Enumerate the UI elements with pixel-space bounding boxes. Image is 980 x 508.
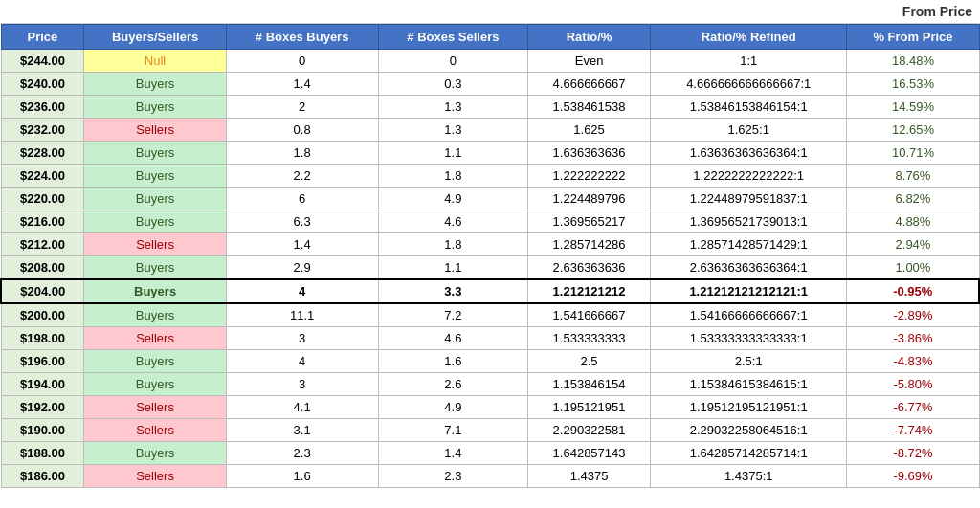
ratio-refined-cell: 2.63636363636364:1 — [650, 256, 847, 280]
boxes-sellers-cell: 4.9 — [378, 396, 528, 419]
pct-from-price-cell: -0.95% — [847, 279, 979, 303]
boxes-sellers-cell: 0 — [378, 50, 528, 73]
pct-from-price-cell: -5.80% — [847, 373, 979, 396]
pct-from-price-cell: 12.65% — [847, 119, 979, 142]
boxes-sellers-cell: 4.6 — [378, 327, 528, 350]
boxes-sellers-cell: 0.3 — [378, 73, 528, 96]
boxes-buyers-cell: 1.6 — [226, 465, 378, 488]
ratio-refined-cell: 1.63636363636364:1 — [650, 142, 847, 165]
column-header: Ratio/% Refined — [650, 25, 847, 50]
boxes-sellers-cell: 2.6 — [378, 373, 528, 396]
table-row: $212.00Sellers1.41.81.2857142861.2857142… — [1, 233, 979, 256]
pct-from-price-cell: -7.74% — [847, 419, 979, 442]
ratio-refined-cell: 1.2222222222222:1 — [650, 165, 847, 188]
ratio-refined-cell: 2.29032258064516:1 — [650, 419, 847, 442]
table-header-row: PriceBuyers/Sellers# Boxes Buyers# Boxes… — [1, 25, 979, 50]
boxes-buyers-cell: 3.1 — [226, 419, 378, 442]
pct-from-price-cell: 16.53% — [847, 73, 979, 96]
boxes-buyers-cell: 3 — [226, 373, 378, 396]
table-row: $204.00Buyers43.31.2121212121.2121212121… — [1, 279, 979, 303]
boxes-buyers-cell: 2.3 — [226, 442, 378, 465]
price-cell: $244.00 — [1, 50, 84, 73]
pct-from-price-cell: 14.59% — [847, 96, 979, 119]
pct-from-price-cell: -8.72% — [847, 442, 979, 465]
price-cell: $220.00 — [1, 188, 84, 210]
boxes-sellers-cell: 1.1 — [378, 142, 528, 165]
price-cell: $186.00 — [1, 465, 84, 488]
price-cell: $194.00 — [1, 373, 84, 396]
price-cell: $208.00 — [1, 256, 84, 280]
boxes-sellers-cell: 4.6 — [378, 210, 528, 233]
pct-from-price-cell: -2.89% — [847, 303, 979, 327]
ratio-cell: 1.642857143 — [528, 442, 651, 465]
ratio-cell: 1.212121212 — [528, 279, 651, 303]
top-bar: From Price — [0, 0, 980, 24]
buyers-sellers-cell: Buyers — [84, 279, 226, 303]
table-row: $244.00Null00Even1:118.48% — [1, 50, 979, 73]
buyers-sellers-cell: Buyers — [84, 96, 226, 119]
ratio-cell: Even — [528, 50, 651, 73]
ratio-refined-cell: 1.54166666666667:1 — [650, 303, 847, 327]
table-row: $194.00Buyers32.61.1538461541.1538461538… — [1, 373, 979, 396]
price-cell: $240.00 — [1, 73, 84, 96]
ratio-cell: 2.290322581 — [528, 419, 651, 442]
from-price-label: From Price — [902, 4, 972, 19]
pct-from-price-cell: 1.00% — [847, 256, 979, 280]
price-cell: $216.00 — [1, 210, 84, 233]
boxes-buyers-cell: 4 — [226, 350, 378, 373]
table-row: $232.00Sellers0.81.31.6251.625:112.65% — [1, 119, 979, 142]
boxes-buyers-cell: 2.9 — [226, 256, 378, 280]
boxes-sellers-cell: 1.8 — [378, 165, 528, 188]
ratio-cell: 1.533333333 — [528, 327, 651, 350]
price-cell: $192.00 — [1, 396, 84, 419]
boxes-buyers-cell: 11.1 — [226, 303, 378, 327]
ratio-cell: 1.153846154 — [528, 373, 651, 396]
table-row: $224.00Buyers2.21.81.2222222221.22222222… — [1, 165, 979, 188]
ratio-refined-cell: 1.15384615384615:1 — [650, 373, 847, 396]
boxes-sellers-cell: 1.6 — [378, 350, 528, 373]
buyers-sellers-cell: Buyers — [84, 73, 226, 96]
table-row: $198.00Sellers34.61.5333333331.533333333… — [1, 327, 979, 350]
price-cell: $200.00 — [1, 303, 84, 327]
buyers-sellers-cell: Sellers — [84, 327, 226, 350]
boxes-buyers-cell: 1.4 — [226, 73, 378, 96]
ratio-refined-cell: 1.36956521739013:1 — [650, 210, 847, 233]
boxes-buyers-cell: 2.2 — [226, 165, 378, 188]
ratio-cell: 1.285714286 — [528, 233, 651, 256]
ratio-cell: 2.5 — [528, 350, 651, 373]
boxes-sellers-cell: 2.3 — [378, 465, 528, 488]
buyers-sellers-cell: Sellers — [84, 465, 226, 488]
ratio-cell: 1.636363636 — [528, 142, 651, 165]
column-header: Ratio/% — [528, 25, 651, 50]
ratio-refined-cell: 1.28571428571429:1 — [650, 233, 847, 256]
ratio-cell: 1.4375 — [528, 465, 651, 488]
ratio-refined-cell: 2.5:1 — [650, 350, 847, 373]
table-row: $236.00Buyers21.31.5384615381.5384615384… — [1, 96, 979, 119]
buyers-sellers-cell: Buyers — [84, 303, 226, 327]
pct-from-price-cell: -9.69% — [847, 465, 979, 488]
column-header: # Boxes Buyers — [226, 25, 378, 50]
buyers-sellers-cell: Buyers — [84, 142, 226, 165]
column-header: % From Price — [847, 25, 979, 50]
ratio-refined-cell: 1.625:1 — [650, 119, 847, 142]
boxes-sellers-cell: 1.3 — [378, 119, 528, 142]
table-row: $192.00Sellers4.14.91.1951219511.1951219… — [1, 396, 979, 419]
buyers-sellers-cell: Null — [84, 50, 226, 73]
price-cell: $204.00 — [1, 279, 84, 303]
buyers-sellers-cell: Buyers — [84, 210, 226, 233]
column-header: # Boxes Sellers — [378, 25, 528, 50]
pct-from-price-cell: -3.86% — [847, 327, 979, 350]
pct-from-price-cell: -6.77% — [847, 396, 979, 419]
boxes-sellers-cell: 4.9 — [378, 188, 528, 210]
buyers-sellers-cell: Buyers — [84, 256, 226, 280]
boxes-buyers-cell: 1.8 — [226, 142, 378, 165]
buyers-sellers-cell: Buyers — [84, 188, 226, 210]
boxes-sellers-cell: 7.2 — [378, 303, 528, 327]
boxes-buyers-cell: 0 — [226, 50, 378, 73]
boxes-buyers-cell: 1.4 — [226, 233, 378, 256]
ratio-refined-cell: 4.666666666666667:1 — [650, 73, 847, 96]
ratio-refined-cell: 1.21212121212121:1 — [650, 279, 847, 303]
table-row: $220.00Buyers64.91.2244897961.2244897959… — [1, 188, 979, 210]
table-row: $208.00Buyers2.91.12.6363636362.63636363… — [1, 256, 979, 280]
table-row: $188.00Buyers2.31.41.6428571431.64285714… — [1, 442, 979, 465]
